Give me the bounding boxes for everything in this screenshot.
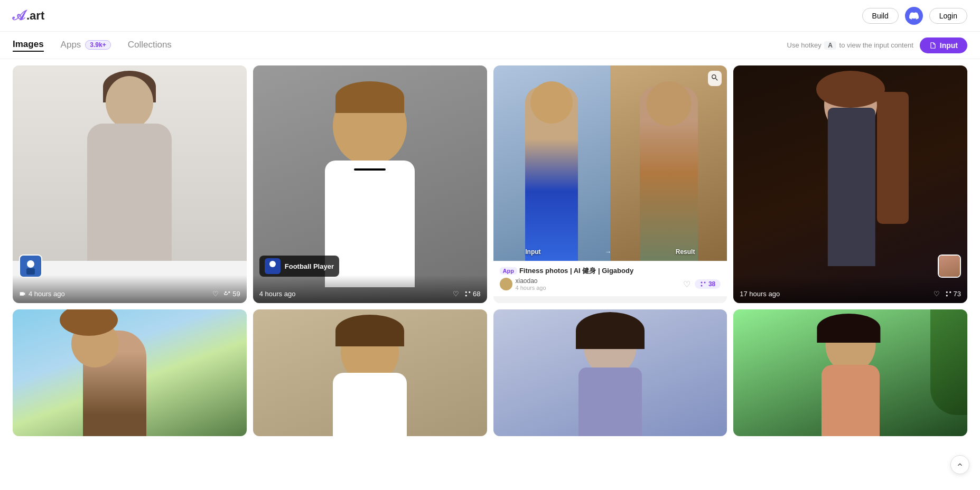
build-button[interactable]: Build [862, 8, 899, 24]
card-image-1 [13, 65, 247, 261]
logo-icon: 𝒜 [13, 7, 24, 24]
silhouette-head [106, 76, 153, 129]
cartoon-body-6 [333, 373, 407, 436]
before-after-labels: Input → Result [493, 248, 727, 256]
heart-icon-2[interactable]: ♡ [453, 290, 459, 298]
card-app-label-2: Football Player [259, 256, 339, 277]
card-fork-1[interactable]: 59 [224, 290, 240, 298]
card-fork-2[interactable]: 68 [464, 290, 480, 298]
gallery: 4 hours ago ♡ 59 [0, 59, 980, 442]
user-avatar-3 [500, 278, 512, 290]
zoom-button-3[interactable] [708, 71, 722, 86]
card-time-1: 4 hours ago [19, 290, 65, 298]
gallery-card-8[interactable] [733, 309, 967, 436]
user-info-3: xiaodao 4 hours ago [516, 277, 546, 291]
apps-badge: 3.9k+ [85, 40, 110, 50]
header-right: Build Login [862, 7, 967, 25]
card-user-3: xiaodao 4 hours ago [500, 277, 546, 291]
input-button[interactable]: Input [920, 37, 967, 53]
palm-leaf-8 [930, 309, 967, 415]
card-like-1[interactable]: ♡ [212, 290, 219, 298]
fork-icon-3 [700, 281, 706, 287]
anime-hair-top [816, 71, 885, 108]
card-time-4: 17 hours ago [740, 290, 780, 298]
gallery-card-1[interactable]: 4 hours ago ♡ 59 [13, 65, 247, 303]
card-app-badge-3: App Fitness photos | AI 健身 | Gigabody [500, 266, 634, 276]
card-image-4 [733, 65, 967, 303]
app-label-avatar-2 [265, 258, 281, 274]
tropical-hair-8 [817, 314, 880, 343]
card-time-2: 4 hours ago [259, 290, 296, 298]
tab-images[interactable]: Images [13, 39, 44, 52]
nav-tabs-left: Images Apps 3.9k+ Collections [13, 39, 172, 52]
tab-images-label: Images [13, 39, 44, 50]
card-image-3: Input → Result [493, 65, 727, 261]
logo[interactable]: 𝒜 .art [13, 7, 44, 24]
tropical-body-8 [822, 365, 880, 436]
card-image-7 [493, 309, 727, 436]
hotkey-hint: Use hotkey A to view the input content [787, 41, 913, 49]
discord-button[interactable] [905, 7, 923, 25]
input-icon [929, 42, 937, 49]
svg-point-1 [27, 260, 34, 268]
card-actions-1: ♡ 59 [212, 290, 240, 298]
gallery-card-2[interactable]: Football Player 4 hours ago ♡ 68 [253, 65, 487, 303]
fork-icon-4 [945, 290, 952, 297]
card-actions-4: ♡ 73 [934, 290, 961, 298]
input-thumb-4 [938, 255, 961, 278]
card-image-6 [253, 309, 487, 436]
card-user-row-3: xiaodao 4 hours ago ♡ 38 [500, 277, 721, 291]
tab-apps[interactable]: Apps 3.9k+ [61, 40, 111, 51]
input-label: Input [525, 248, 540, 256]
gallery-card-4[interactable]: 17 hours ago ♡ 73 [733, 65, 967, 303]
card-image-5 [13, 309, 247, 436]
discord-icon [909, 11, 919, 21]
gallery-card-6[interactable] [253, 309, 487, 436]
card-overlay-4: 17 hours ago ♡ 73 [733, 275, 967, 303]
nav-tabs-right: Use hotkey A to view the input content I… [787, 37, 967, 53]
result-label: Result [676, 248, 695, 256]
anime-hair-right [877, 92, 909, 224]
app-badge-text-3: App [500, 267, 517, 275]
fork-icon-2 [464, 290, 471, 297]
card-actions-2: ♡ 68 [453, 290, 480, 298]
header: 𝒜 .art Build Login [0, 0, 980, 32]
nav-tabs: Images Apps 3.9k+ Collections Use hotkey… [0, 32, 980, 59]
fork-button-3[interactable]: 38 [695, 279, 721, 289]
anime-body-7 [578, 368, 642, 436]
fork-icon-1 [224, 290, 231, 297]
anime-hair-7 [576, 312, 645, 349]
heart-icon-4[interactable]: ♡ [934, 290, 940, 298]
svg-point-4 [269, 261, 276, 267]
thumb-image-4 [939, 256, 960, 277]
football-avatar-icon [265, 258, 281, 274]
after-image [610, 65, 727, 261]
heart-icon-3[interactable]: ♡ [683, 279, 690, 289]
card-fork-4[interactable]: 73 [945, 290, 961, 298]
card-overlay-2: 4 hours ago ♡ 68 [253, 275, 487, 303]
card-image-8 [733, 309, 967, 436]
heart-icon-1: ♡ [212, 290, 219, 298]
hotkey-key: A [824, 41, 836, 50]
cartoon-logo [354, 168, 386, 171]
svg-rect-2 [26, 268, 35, 275]
cartoon-hair [335, 81, 404, 113]
zoom-icon-3 [711, 73, 719, 82]
tab-apps-label: Apps [61, 40, 81, 50]
card-title-3: Fitness photos | AI 健身 | Gigabody [519, 266, 633, 276]
gallery-card-7[interactable] [493, 309, 727, 436]
tab-collections[interactable]: Collections [128, 40, 172, 51]
avatar-football-icon [22, 258, 39, 275]
login-button[interactable]: Login [929, 8, 967, 24]
gallery-card-5[interactable] [13, 309, 247, 436]
card-info-3: App Fitness photos | AI 健身 | Gigabody xi… [493, 261, 727, 296]
video-icon-1 [19, 290, 26, 297]
anime-body [827, 108, 875, 266]
gallery-card-3[interactable]: Input → Result App Fitness photos | AI 健… [493, 65, 727, 303]
before-image [493, 65, 610, 261]
cartoon-hair-6 [335, 315, 404, 346]
card-overlay-1: 4 hours ago ♡ 59 [13, 275, 247, 303]
card-source-avatar-1 [19, 255, 42, 278]
card-actions-3: ♡ 38 [683, 279, 721, 289]
tab-collections-label: Collections [128, 40, 172, 50]
